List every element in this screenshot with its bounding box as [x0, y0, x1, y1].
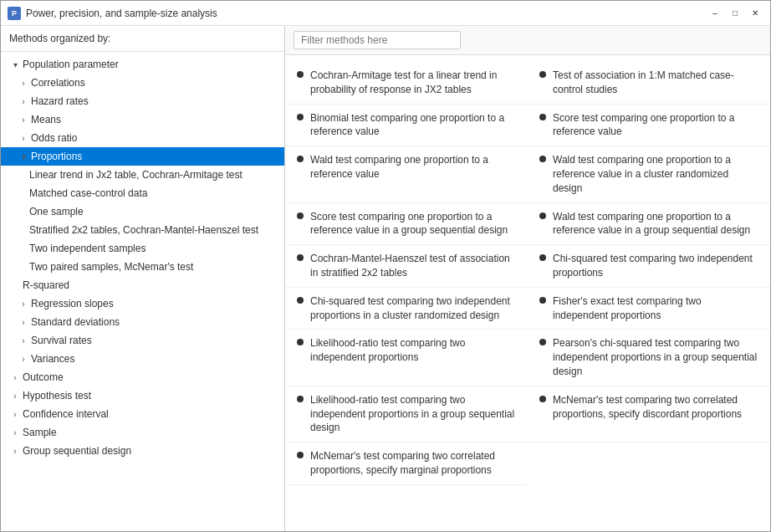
expander-odds[interactable]: ›	[18, 132, 29, 144]
bullet-icon	[297, 156, 304, 162]
sidebar: Methods organized by: ▾ Population param…	[1, 26, 285, 531]
maximize-button[interactable]: □	[727, 5, 743, 22]
sidebar-item-odds-ratio[interactable]: › Odds ratio	[1, 129, 284, 147]
sidebar-item-sample[interactable]: › Sample	[1, 423, 284, 442]
expander-population[interactable]: ▾	[9, 59, 21, 70]
bullet-icon	[297, 254, 304, 261]
sidebar-item-matched-case[interactable]: Matched case-control data	[1, 184, 284, 202]
bullet-icon	[539, 156, 546, 162]
bullet-icon	[539, 339, 546, 345]
method-cochran-mantel[interactable]: Cochran-Mantel-Haenszel test of associat…	[285, 245, 528, 288]
method-cochran-armitage[interactable]: Cochran-Armitage test for a linear trend…	[285, 62, 528, 105]
sidebar-item-survival-rates[interactable]: › Survival rates	[1, 331, 284, 350]
sidebar-item-one-sample[interactable]: One sample	[1, 202, 284, 221]
sidebar-item-confidence-interval[interactable]: › Confidence interval	[1, 405, 284, 423]
sidebar-item-means[interactable]: › Means	[1, 110, 284, 129]
expander-survival[interactable]: ›	[18, 335, 29, 346]
bullet-icon	[539, 114, 546, 120]
expander-confidence[interactable]: ›	[9, 408, 21, 420]
bullet-icon	[297, 114, 304, 120]
method-binomial-test[interactable]: Binomial test comparing one proportion t…	[285, 105, 528, 147]
expander-rsquared[interactable]	[9, 279, 21, 291]
sidebar-item-outcome[interactable]: › Outcome	[1, 368, 284, 386]
window-title: Power, precision, and sample-size analys…	[26, 8, 707, 19]
sidebar-header: Methods organized by:	[1, 26, 284, 52]
title-bar: P Power, precision, and sample-size anal…	[1, 1, 770, 26]
method-wald-test-cluster[interactable]: Wald test comparing one proportion to a …	[528, 146, 770, 202]
expander-hypothesis[interactable]: ›	[9, 390, 21, 402]
bullet-icon	[539, 396, 546, 402]
method-mcnemar-marginal[interactable]: McNemar's test comparing two correlated …	[285, 442, 528, 485]
sidebar-item-proportions[interactable]: ▾ Proportions	[1, 147, 284, 166]
bullet-icon	[297, 396, 304, 402]
filter-bar	[285, 26, 770, 55]
sidebar-item-linear-trend[interactable]: Linear trend in Jx2 table, Cochran-Armit…	[1, 166, 284, 184]
bullet-icon	[539, 71, 546, 78]
main-content: Methods organized by: ▾ Population param…	[1, 26, 770, 531]
method-score-test-ref[interactable]: Score test comparing one proportion to a…	[528, 105, 770, 147]
method-score-test-group-seq[interactable]: Score test comparing one proportion to a…	[285, 203, 528, 246]
sidebar-item-hazard-rates[interactable]: › Hazard rates	[1, 92, 284, 110]
sidebar-item-r-squared[interactable]: R-squared	[1, 276, 284, 294]
sidebar-item-variances[interactable]: › Variances	[1, 350, 284, 368]
expander-proportions[interactable]: ▾	[18, 151, 29, 162]
bullet-icon	[297, 297, 304, 304]
right-panel: Cochran-Armitage test for a linear trend…	[285, 26, 770, 531]
method-pearsons-chi-group[interactable]: Pearson's chi-squared test comparing two…	[528, 330, 770, 386]
sidebar-item-two-paired[interactable]: Two paired samples, McNemar's test	[1, 258, 284, 276]
method-wald-test-group-seq[interactable]: Wald test comparing one proportion to a …	[528, 203, 770, 246]
sidebar-item-population-parameter[interactable]: ▾ Population parameter	[1, 55, 284, 74]
expander-hazard[interactable]: ›	[18, 95, 29, 107]
window-controls: – □ ✕	[707, 5, 763, 22]
bullet-icon	[539, 254, 546, 261]
method-fishers-exact[interactable]: Fisher's exact test comparing two indepe…	[528, 288, 770, 330]
methods-grid: Cochran-Armitage test for a linear trend…	[285, 55, 770, 531]
sidebar-item-group-sequential[interactable]: › Group sequential design	[1, 442, 284, 460]
bullet-icon	[539, 297, 546, 304]
expander-regression[interactable]: ›	[18, 298, 29, 309]
bullet-icon	[297, 212, 304, 219]
sidebar-item-regression-slopes[interactable]: › Regression slopes	[1, 294, 284, 313]
expander-correlations[interactable]: ›	[18, 77, 29, 89]
method-mcnemar-correlated[interactable]: McNemar's test comparing two correlated …	[528, 386, 770, 442]
main-window: P Power, precision, and sample-size anal…	[0, 0, 771, 532]
method-test-association-1m[interactable]: Test of association in 1:M matched case-…	[528, 62, 770, 105]
expander-group-seq[interactable]: ›	[9, 445, 21, 457]
bullet-icon	[297, 452, 304, 458]
sidebar-item-two-independent[interactable]: Two independent samples	[1, 239, 284, 258]
method-chi-squared-cluster[interactable]: Chi-squared test comparing two independe…	[285, 288, 528, 330]
sidebar-item-stratified[interactable]: Stratified 2x2 tables, Cochran-Mantel-Ha…	[1, 221, 284, 239]
method-wald-test-ref[interactable]: Wald test comparing one proportion to a …	[285, 146, 528, 202]
expander-variances[interactable]: ›	[18, 353, 29, 365]
bullet-icon	[297, 339, 304, 345]
sidebar-tree: ▾ Population parameter › Correlations › …	[1, 52, 284, 531]
sidebar-item-correlations[interactable]: › Correlations	[1, 74, 284, 92]
expander-stddev[interactable]: ›	[18, 316, 29, 328]
method-likelihood-ratio[interactable]: Likelihood-ratio test comparing two inde…	[285, 330, 528, 386]
method-chi-squared-two-ind[interactable]: Chi-squared test comparing two independe…	[528, 245, 770, 288]
bullet-icon	[297, 71, 304, 78]
sidebar-item-hypothesis-test[interactable]: › Hypothesis test	[1, 386, 284, 405]
close-button[interactable]: ✕	[747, 5, 763, 22]
filter-input[interactable]	[294, 31, 461, 49]
app-icon: P	[8, 7, 21, 20]
method-likelihood-ratio-group[interactable]: Likelihood-ratio test comparing two inde…	[285, 386, 528, 442]
expander-means[interactable]: ›	[18, 114, 29, 125]
minimize-button[interactable]: –	[707, 5, 723, 22]
sidebar-item-standard-deviations[interactable]: › Standard deviations	[1, 313, 284, 331]
expander-outcome[interactable]: ›	[9, 371, 21, 383]
bullet-icon	[539, 212, 546, 219]
expander-sample[interactable]: ›	[9, 427, 21, 438]
